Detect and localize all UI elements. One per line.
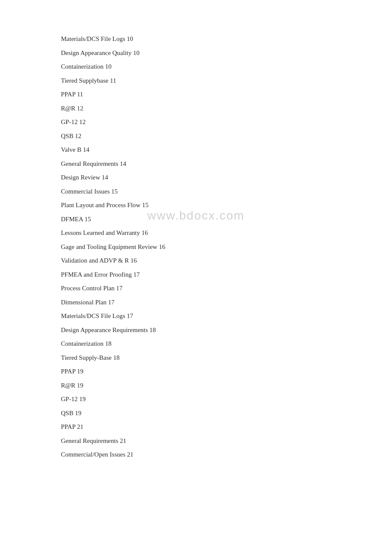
- toc-item: Tiered Supplybase 11: [61, 76, 331, 86]
- toc-item: Commercial Issues 15: [61, 187, 331, 197]
- toc-item: QSB 12: [61, 131, 331, 141]
- toc-item: Valve B 14: [61, 145, 331, 155]
- toc-item: Dimensional Plan 17: [61, 298, 331, 307]
- toc-item: Design Review 14: [61, 173, 331, 182]
- toc-item: General Requirements 14: [61, 159, 331, 169]
- toc-item: Lessons Learned and Warranty 16: [61, 228, 331, 238]
- toc-item: R@R 12: [61, 104, 331, 113]
- toc-item: Materials/DCS File Logs 10: [61, 34, 331, 44]
- toc-item: GP-12 12: [61, 117, 331, 127]
- toc-item: Materials/DCS File Logs 17: [61, 311, 331, 321]
- toc-item: GP-12 19: [61, 394, 331, 404]
- toc-item: Gage and Tooling Equipment Review 16: [61, 242, 331, 252]
- toc-item: Process Control Plan 17: [61, 283, 331, 293]
- toc-item: PPAP 11: [61, 90, 331, 99]
- toc-item: PPAP 19: [61, 367, 331, 376]
- toc-item: Validation and ADVP & R 16: [61, 256, 331, 266]
- toc-item: R@R 19: [61, 381, 331, 390]
- toc-item: Plant Layout and Process Flow 15: [61, 200, 331, 210]
- toc-item: Tiered Supply-Base 18: [61, 353, 331, 363]
- toc-item: QSB 19: [61, 408, 331, 418]
- toc-item: PPAP 21: [61, 422, 331, 432]
- toc-list: Materials/DCS File Logs 10Design Appeara…: [61, 34, 331, 460]
- toc-item: DFMEA 15: [61, 214, 331, 224]
- toc-item: Design Appearance Requirements 18: [61, 325, 331, 335]
- toc-item: General Requirements 21: [61, 436, 331, 446]
- toc-item: Containerization 10: [61, 62, 331, 72]
- toc-item: PFMEA and Error Proofing 17: [61, 270, 331, 280]
- toc-item: Commercial/Open Issues 21: [61, 450, 331, 460]
- toc-item: Design Appearance Quality 10: [61, 48, 331, 58]
- page-container: www.bdocx.com Materials/DCS File Logs 10…: [0, 0, 392, 498]
- toc-item: Containerization 18: [61, 339, 331, 349]
